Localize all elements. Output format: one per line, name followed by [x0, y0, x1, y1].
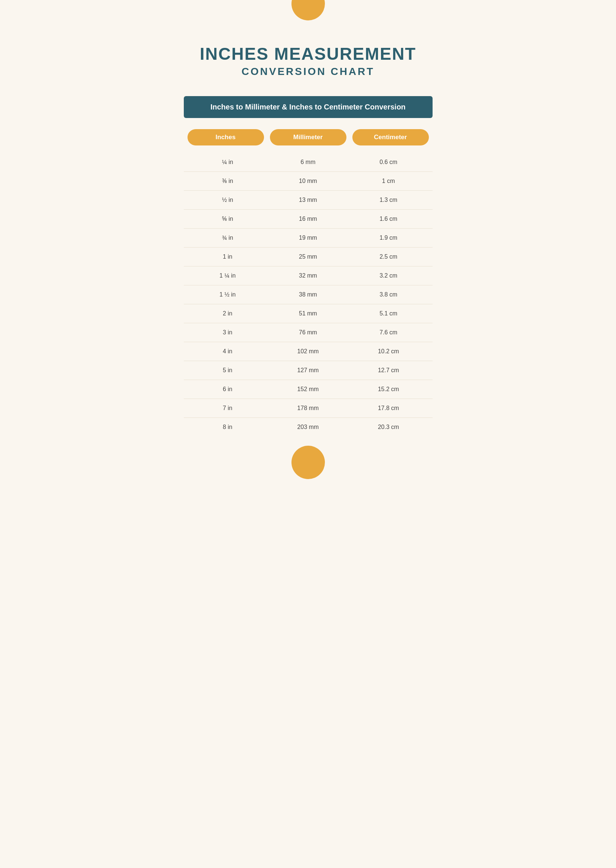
cell-inches: 2 in	[187, 308, 268, 319]
cell-inches: ¾ in	[187, 232, 268, 243]
main-title: INCHES MEASUREMENT	[200, 44, 416, 63]
cell-inches: ⅝ in	[187, 213, 268, 224]
cell-inches: 4 in	[187, 346, 268, 357]
cell-mm: 19 mm	[268, 232, 348, 243]
cell-mm: 16 mm	[268, 213, 348, 224]
cell-cm: 15.2 cm	[348, 384, 429, 395]
table-row: 1 ½ in38 mm3.8 cm	[184, 285, 432, 304]
table-row: 2 in51 mm5.1 cm	[184, 304, 432, 323]
cell-mm: 152 mm	[268, 384, 348, 395]
col-header-mm: Millimeter	[270, 129, 346, 146]
table-row: 4 in102 mm10.2 cm	[184, 342, 432, 361]
circle-bottom-decoration	[291, 446, 325, 479]
cell-cm: 17.8 cm	[348, 403, 429, 414]
cell-mm: 25 mm	[268, 251, 348, 262]
col-header-cm-label: Centimeter	[374, 133, 407, 141]
cell-inches: ½ in	[187, 194, 268, 205]
cell-inches: 1 ¼ in	[187, 270, 268, 281]
cell-cm: 3.2 cm	[348, 270, 429, 281]
table-row: 5 in127 mm12.7 cm	[184, 361, 432, 380]
cell-mm: 203 mm	[268, 421, 348, 433]
cell-cm: 3.8 cm	[348, 289, 429, 300]
cell-cm: 7.6 cm	[348, 327, 429, 338]
col-header-cm: Centimeter	[352, 129, 429, 146]
cell-cm: 20.3 cm	[348, 421, 429, 433]
chart-header-text: Inches to Millimeter & Inches to Centime…	[211, 103, 406, 111]
cell-mm: 127 mm	[268, 365, 348, 376]
column-headers: Inches Millimeter Centimeter	[184, 129, 432, 146]
cell-inches: 8 in	[187, 421, 268, 433]
cell-mm: 38 mm	[268, 289, 348, 300]
cell-inches: 6 in	[187, 384, 268, 395]
cell-cm: 2.5 cm	[348, 251, 429, 262]
cell-cm: 12.7 cm	[348, 365, 429, 376]
col-header-inches: Inches	[187, 129, 264, 146]
page: INCHES MEASUREMENT CONVERSION CHART Inch…	[154, 0, 462, 466]
cell-inches: 1 in	[187, 251, 268, 262]
col-header-inches-label: Inches	[216, 133, 236, 141]
cell-mm: 102 mm	[268, 346, 348, 357]
cell-cm: 1.3 cm	[348, 194, 429, 205]
cell-cm: 0.6 cm	[348, 157, 429, 168]
cell-inches: 5 in	[187, 365, 268, 376]
cell-mm: 178 mm	[268, 403, 348, 414]
cell-mm: 32 mm	[268, 270, 348, 281]
title-section: INCHES MEASUREMENT CONVERSION CHART	[200, 44, 416, 78]
table-row: 3 in76 mm7.6 cm	[184, 323, 432, 342]
cell-cm: 5.1 cm	[348, 308, 429, 319]
cell-cm: 10.2 cm	[348, 346, 429, 357]
cell-inches: 3 in	[187, 327, 268, 338]
table-row: ½ in13 mm1.3 cm	[184, 191, 432, 210]
circle-top-decoration	[291, 0, 325, 20]
chart-container: Inches to Millimeter & Inches to Centime…	[184, 96, 432, 436]
cell-mm: 76 mm	[268, 327, 348, 338]
cell-inches: ⅜ in	[187, 175, 268, 186]
cell-inches: 1 ½ in	[187, 289, 268, 300]
cell-mm: 13 mm	[268, 194, 348, 205]
table-row: 6 in152 mm15.2 cm	[184, 380, 432, 399]
cell-inches: 7 in	[187, 403, 268, 414]
chart-header: Inches to Millimeter & Inches to Centime…	[184, 96, 432, 118]
table-row: ¼ in6 mm0.6 cm	[184, 153, 432, 172]
cell-mm: 10 mm	[268, 175, 348, 186]
sub-title: CONVERSION CHART	[200, 66, 416, 78]
cell-cm: 1.6 cm	[348, 213, 429, 224]
table-row: 7 in178 mm17.8 cm	[184, 399, 432, 418]
cell-inches: ¼ in	[187, 157, 268, 168]
cell-cm: 1.9 cm	[348, 232, 429, 243]
table-row: 8 in203 mm20.3 cm	[184, 418, 432, 436]
table-row: 1 in25 mm2.5 cm	[184, 248, 432, 266]
cell-mm: 51 mm	[268, 308, 348, 319]
data-rows: ¼ in6 mm0.6 cm⅜ in10 mm1 cm½ in13 mm1.3 …	[184, 153, 432, 436]
col-header-mm-label: Millimeter	[293, 133, 323, 141]
table-row: ⅝ in16 mm1.6 cm	[184, 210, 432, 229]
cell-mm: 6 mm	[268, 157, 348, 168]
table-row: 1 ¼ in32 mm3.2 cm	[184, 266, 432, 285]
cell-cm: 1 cm	[348, 175, 429, 186]
table-row: ¾ in19 mm1.9 cm	[184, 229, 432, 248]
table-row: ⅜ in10 mm1 cm	[184, 172, 432, 191]
